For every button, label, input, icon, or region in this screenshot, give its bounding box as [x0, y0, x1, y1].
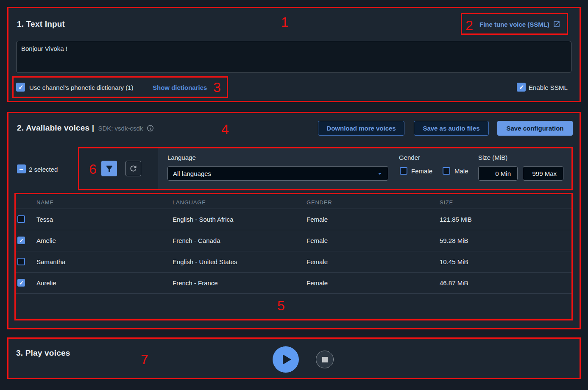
table-bottom-divider [15, 293, 572, 294]
chevron-down-icon [376, 170, 384, 178]
filter-button[interactable] [101, 161, 117, 176]
row-checkbox[interactable] [17, 237, 25, 244]
row-checkbox[interactable] [17, 258, 25, 265]
stop-button[interactable] [316, 351, 334, 368]
col-header-size: SIZE [440, 199, 453, 206]
text-input-textarea[interactable]: Bonjour Vivoka ! [16, 41, 571, 73]
gender-filter-label: Gender [399, 154, 420, 161]
save-as-audio-files-button[interactable]: Save as audio files [414, 121, 489, 136]
sdk-label: SDK: vsdk-csdk [98, 125, 143, 132]
download-more-voices-button[interactable]: Download more voices [318, 121, 404, 136]
text-input-section: 1. Text Input Fine tune voice (SSML) Bon… [7, 7, 580, 102]
section1-title: 1. Text Input [17, 20, 65, 29]
available-voices-section: 2. Available voices | SDK: vsdk-csdk Dow… [7, 112, 580, 329]
voice-name: Samantha [36, 258, 65, 265]
refresh-icon [129, 164, 138, 173]
table-row[interactable]: SamanthaEnglish - United StatesFemale10.… [15, 251, 572, 272]
refresh-button[interactable] [125, 161, 141, 176]
voice-gender: Female [307, 216, 328, 223]
enable-ssml-label: Enable SSML [529, 84, 568, 91]
col-header-name: NAME [36, 199, 54, 206]
female-filter-label: Female [411, 167, 432, 175]
selected-count-label: 2 selected [29, 166, 58, 173]
voice-name: Aurelie [36, 279, 56, 287]
save-configuration-button[interactable]: Save configuration [497, 121, 573, 136]
fine-tune-voice-label: Fine tune voice (SSML) [479, 21, 549, 28]
voice-size: 10.45 MiB [440, 258, 468, 265]
voice-language: English - United States [173, 258, 237, 265]
language-select[interactable]: All languages [167, 166, 388, 181]
voice-size: 121.85 MiB [440, 216, 472, 223]
voice-gender: Female [307, 258, 328, 265]
select-all-checkbox[interactable] [17, 164, 26, 173]
filter-icon [105, 164, 114, 173]
external-link-icon [553, 20, 560, 28]
voice-gender: Female [307, 237, 328, 244]
voices-table: NAME LANGUAGE GENDER SIZE TessaEnglish -… [15, 195, 572, 294]
male-filter-label: Male [454, 167, 468, 175]
voice-size: 46.87 MiB [440, 279, 468, 287]
table-row[interactable]: AurelieFrench - FranceFemale46.87 MiB [15, 272, 572, 293]
fine-tune-voice-link[interactable]: Fine tune voice (SSML) [479, 20, 560, 28]
voice-gender: Female [307, 279, 328, 287]
show-dictionaries-link[interactable]: Show dictionaries [153, 84, 207, 91]
play-voices-section: 3. Play voices [7, 338, 580, 379]
col-header-language: LANGUAGE [173, 199, 206, 206]
size-filter-label: Size (MiB) [478, 154, 507, 161]
play-button[interactable] [273, 346, 299, 373]
voice-language: French - Canada [173, 237, 220, 244]
stop-icon [322, 357, 328, 362]
row-checkbox[interactable] [17, 279, 25, 287]
enable-ssml-checkbox[interactable] [517, 83, 526, 92]
size-min-input[interactable] [478, 166, 518, 181]
voice-name: Amelie [36, 237, 56, 244]
voice-language: French - France [173, 279, 218, 287]
voice-name: Tessa [36, 216, 53, 223]
phonetic-dictionary-checkbox[interactable] [16, 83, 25, 92]
row-checkbox[interactable] [17, 215, 25, 223]
col-header-gender: GENDER [307, 199, 332, 206]
section2-title: 2. Available voices | [17, 123, 94, 133]
male-filter-checkbox[interactable] [443, 167, 450, 175]
filter-strip: Language All languages Gender Female Mal… [158, 148, 571, 189]
tts-config-page: 1. Text Input Fine tune voice (SSML) Bon… [0, 0, 588, 390]
table-row[interactable]: AmelieFrench - CanadaFemale59.28 MiB [15, 230, 572, 251]
voices-table-header: NAME LANGUAGE GENDER SIZE [15, 195, 572, 209]
phonetic-dictionary-label: Use channel's phonetic dictionary (1) [29, 84, 134, 91]
info-icon[interactable] [147, 125, 154, 132]
voices-table-body: TessaEnglish - South AfricaFemale121.85 … [15, 209, 572, 293]
female-filter-checkbox[interactable] [400, 167, 407, 175]
section3-title: 3. Play voices [16, 348, 70, 358]
voice-language: English - South Africa [173, 216, 233, 223]
play-icon [283, 354, 291, 365]
table-row[interactable]: TessaEnglish - South AfricaFemale121.85 … [15, 209, 572, 230]
language-filter-label: Language [167, 154, 196, 161]
language-select-value: All languages [173, 170, 211, 177]
voice-size: 59.28 MiB [440, 237, 468, 244]
size-max-input[interactable] [523, 166, 563, 181]
